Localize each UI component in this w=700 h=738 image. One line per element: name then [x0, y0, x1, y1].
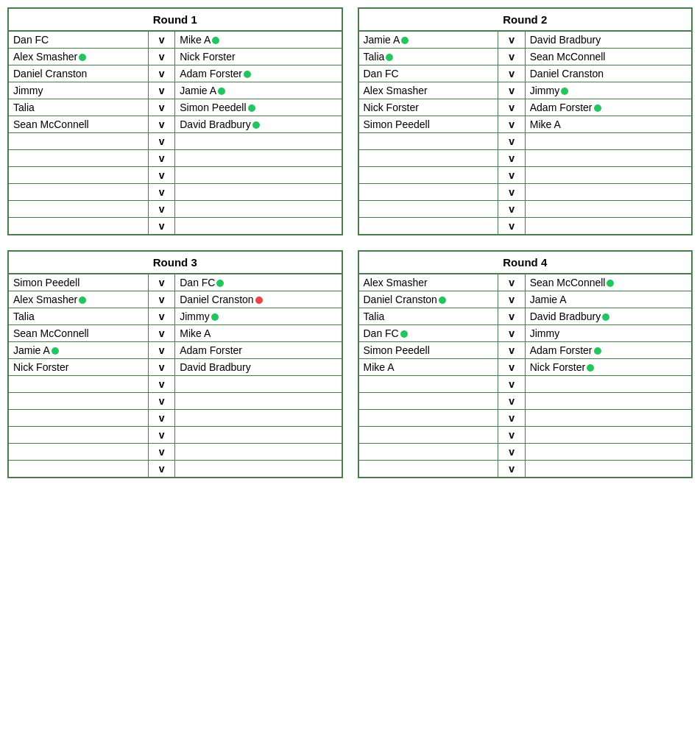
- round-title-2: Round 2: [358, 8, 693, 31]
- match-right: Adam Forster: [525, 99, 692, 116]
- empty-row: v: [358, 393, 693, 410]
- match-left: Mike A: [358, 359, 498, 376]
- table-row: Alex SmashervNick Forster: [8, 49, 342, 65]
- empty-row: v: [8, 201, 342, 218]
- table-row: Simon PeedellvMike A: [358, 116, 693, 133]
- vs-cell-empty: v: [148, 461, 174, 478]
- match-right: Daniel Cranston: [175, 291, 342, 308]
- vs-cell: v: [498, 291, 525, 308]
- round-title-4: Round 4: [358, 251, 693, 274]
- status-dot: [607, 280, 614, 287]
- match-right: Mike A: [175, 325, 342, 342]
- vs-cell: v: [148, 31, 174, 49]
- table-row: Sean McConnellvDavid Bradbury: [8, 116, 342, 133]
- status-dot: [561, 88, 568, 95]
- match-left: Nick Forster: [358, 99, 498, 116]
- vs-cell-empty: v: [498, 410, 525, 427]
- vs-cell-empty: v: [498, 150, 525, 167]
- empty-row: v: [358, 410, 693, 427]
- match-right: Jamie A: [525, 291, 692, 308]
- vs-cell-empty: v: [498, 167, 525, 184]
- vs-cell: v: [148, 116, 174, 133]
- vs-cell: v: [498, 31, 525, 49]
- vs-cell-empty: v: [498, 427, 525, 444]
- table-row: Daniel CranstonvAdam Forster: [8, 65, 342, 82]
- vs-cell-empty: v: [148, 393, 174, 410]
- match-left: Alex Smasher: [8, 291, 148, 308]
- vs-cell: v: [148, 342, 174, 359]
- table-row: Nick ForstervDavid Bradbury: [8, 359, 342, 376]
- table-row: Mike AvNick Forster: [358, 359, 693, 376]
- empty-row: v: [358, 184, 693, 201]
- round-table-4: Round 4Alex SmashervSean McConnellDaniel…: [358, 250, 693, 478]
- empty-row: v: [358, 444, 693, 461]
- empty-row: v: [358, 218, 693, 235]
- match-left: Talia: [8, 308, 148, 325]
- vs-cell: v: [498, 65, 525, 82]
- table-row: Daniel CranstonvJamie A: [358, 291, 693, 308]
- vs-cell: v: [148, 359, 174, 376]
- match-left: Talia: [358, 308, 498, 325]
- vs-cell-empty: v: [148, 201, 174, 218]
- status-dot: [587, 364, 594, 372]
- empty-row: v: [358, 133, 693, 150]
- status-dot: [79, 54, 86, 61]
- status-dot: [401, 37, 409, 44]
- empty-row: v: [8, 461, 342, 478]
- match-right: Simon Peedell: [175, 99, 342, 116]
- match-left: Sean McConnell: [8, 116, 148, 133]
- match-right: Adam Forster: [175, 65, 342, 82]
- match-left: Talia: [358, 49, 498, 65]
- status-dot: [218, 88, 225, 95]
- match-left: Talia: [8, 99, 148, 116]
- match-right: Adam Forster: [525, 342, 692, 359]
- round-table-3: Round 3Simon PeedellvDan FCAlex Smasherv…: [7, 250, 343, 478]
- vs-cell-empty: v: [148, 167, 174, 184]
- vs-cell: v: [148, 49, 174, 65]
- match-left: Jamie A: [358, 31, 498, 49]
- vs-cell-empty: v: [498, 218, 525, 235]
- match-left: Simon Peedell: [358, 342, 498, 359]
- empty-row: v: [8, 427, 342, 444]
- empty-row: v: [8, 167, 342, 184]
- match-left: Alex Smasher: [8, 49, 148, 65]
- table-row: Dan FCvDaniel Cranston: [358, 65, 693, 82]
- vs-cell: v: [148, 65, 174, 82]
- vs-cell: v: [148, 325, 174, 342]
- table-row: Nick ForstervAdam Forster: [358, 99, 693, 116]
- table-row: Sean McConnellvMike A: [8, 325, 342, 342]
- table-row: JimmyvJamie A: [8, 82, 342, 99]
- status-dot: [255, 297, 263, 304]
- vs-cell-empty: v: [498, 133, 525, 150]
- vs-cell-empty: v: [148, 410, 174, 427]
- status-dot: [52, 347, 59, 355]
- empty-row: v: [358, 201, 693, 218]
- match-left: Jamie A: [8, 342, 148, 359]
- vs-cell-empty: v: [148, 444, 174, 461]
- table-row: Jamie AvAdam Forster: [8, 342, 342, 359]
- table-row: Alex SmashervSean McConnell: [358, 274, 693, 291]
- table-row: Alex SmashervDaniel Cranston: [8, 291, 342, 308]
- match-right: Mike A: [525, 116, 692, 133]
- empty-row: v: [8, 218, 342, 235]
- table-row: Alex SmashervJimmy: [358, 82, 693, 99]
- vs-cell: v: [498, 116, 525, 133]
- match-right: Dan FC: [175, 274, 342, 291]
- match-right: Sean McConnell: [525, 49, 692, 65]
- table-row: TaliavDavid Bradbury: [358, 308, 693, 325]
- status-dot: [594, 104, 601, 112]
- vs-cell-empty: v: [148, 427, 174, 444]
- empty-row: v: [8, 376, 342, 393]
- vs-cell-empty: v: [498, 461, 525, 478]
- round-title-3: Round 3: [8, 251, 342, 274]
- status-dot: [216, 280, 224, 287]
- match-left: Simon Peedell: [358, 116, 498, 133]
- vs-cell: v: [148, 99, 174, 116]
- round-table-1: Round 1Dan FCvMike AAlex SmashervNick Fo…: [7, 7, 343, 235]
- match-left: Daniel Cranston: [8, 65, 148, 82]
- vs-cell-empty: v: [498, 184, 525, 201]
- table-row: Jamie AvDavid Bradbury: [358, 31, 693, 49]
- status-dot: [386, 54, 393, 61]
- vs-cell: v: [148, 308, 174, 325]
- match-right: Daniel Cranston: [525, 65, 692, 82]
